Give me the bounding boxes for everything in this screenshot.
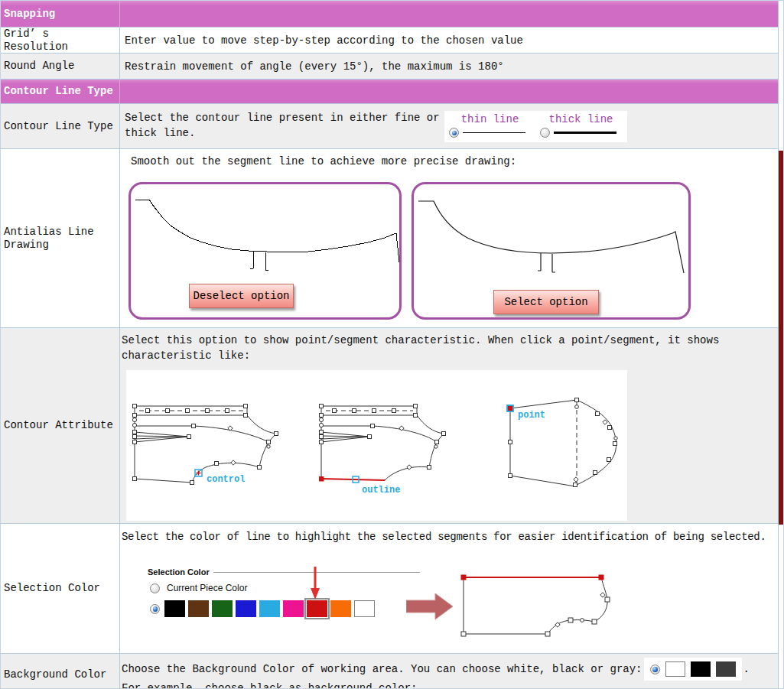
antialias-off-illustration: Deselect option bbox=[128, 182, 402, 320]
selection-swatch-brown[interactable] bbox=[188, 600, 209, 617]
background-color-desc-before: Choose the Background Color of working a… bbox=[122, 663, 642, 675]
row-contour-attribute: Contour Attribute Select this option to … bbox=[1, 328, 779, 524]
thin-line-option[interactable]: thin line bbox=[444, 111, 535, 142]
antialias-desc: Smooth out the segment line to achieve m… bbox=[131, 154, 516, 169]
result-handles bbox=[461, 593, 610, 636]
current-piece-color-radio[interactable] bbox=[150, 583, 160, 593]
thin-line-radio[interactable] bbox=[449, 128, 459, 138]
contour-attribute-label: Contour Attribute bbox=[1, 328, 120, 523]
selection-swatch-green[interactable] bbox=[212, 600, 233, 617]
selection-swatch-white[interactable] bbox=[354, 600, 375, 617]
thin-line-sample bbox=[463, 132, 525, 133]
selected-segment-result-illustration bbox=[457, 570, 618, 642]
selection-color-palette bbox=[150, 600, 375, 617]
contour-header-spacer bbox=[120, 80, 778, 103]
row-background-color: Background Color Choose the Background C… bbox=[1, 654, 779, 688]
current-piece-color-label: Current Piece Color bbox=[167, 583, 247, 593]
selected-endpoint-marker bbox=[319, 476, 324, 482]
selected-endpoint-left bbox=[461, 575, 467, 580]
background-color-desc: Choose the Background Color of working a… bbox=[120, 654, 775, 689]
row-antialias: Antialias Line Drawing Smooth out the se… bbox=[1, 149, 779, 328]
grid-resolution-desc: Enter value to move step-by-step accordi… bbox=[125, 33, 523, 48]
background-color-widget bbox=[644, 658, 742, 681]
row-grid-resolution: Grid’ s Resolution Enter value to move s… bbox=[1, 28, 779, 54]
thick-line-sample bbox=[554, 132, 616, 134]
grid-resolution-label: Grid’ s Resolution bbox=[1, 28, 120, 54]
row-contour-line-type: Contour Line Type Select the contour lin… bbox=[1, 104, 779, 149]
point-annotation-label: point bbox=[518, 410, 545, 421]
row-snapping-header: Snapping bbox=[1, 1, 779, 28]
selected-endpoint-right bbox=[599, 575, 604, 580]
round-angle-desc: Restrain movement of angle (every 15°), … bbox=[125, 59, 504, 74]
antialias-on-illustration: Select option bbox=[412, 182, 691, 320]
current-piece-color-option[interactable]: Current Piece Color bbox=[150, 583, 247, 593]
contour-header-cell: Contour Line Type bbox=[1, 80, 120, 103]
selection-color-group-caption: Selection Color bbox=[148, 567, 210, 577]
pattern-handles bbox=[132, 405, 278, 485]
row-contour-header: Contour Line Type bbox=[1, 80, 779, 104]
selection-palette-swatches bbox=[164, 600, 375, 617]
pattern-outline-illustration: outline bbox=[319, 402, 472, 509]
snapping-header-label: Snapping bbox=[4, 8, 55, 21]
contour-header-label: Contour Line Type bbox=[4, 85, 113, 98]
antialias-label: Antialias Line Drawing bbox=[1, 149, 120, 327]
deselect-option-button[interactable]: Deselect option bbox=[189, 284, 294, 308]
snapping-header-spacer bbox=[120, 1, 778, 27]
thick-right-arrow-icon bbox=[406, 593, 454, 620]
selection-swatch-orange[interactable] bbox=[330, 600, 351, 617]
selection-swatch-black[interactable] bbox=[164, 600, 185, 617]
palette-radio[interactable] bbox=[150, 604, 160, 614]
selection-color-groupbox: Selection Color bbox=[148, 567, 420, 577]
control-annotation-label: control bbox=[207, 474, 245, 485]
contour-line-type-label: Contour Line Type bbox=[1, 104, 120, 148]
settings-table: Snapping Grid’ s Resolution Enter value … bbox=[1, 1, 779, 688]
contour-attribute-desc: Select this option to show point/segment… bbox=[122, 333, 776, 363]
selection-color-label: Selection Color bbox=[1, 524, 120, 653]
pattern-control-illustration: control bbox=[132, 402, 289, 509]
contour-attribute-canvas: control bbox=[126, 370, 627, 521]
point-marker bbox=[507, 405, 513, 411]
snapping-header-cell: Snapping bbox=[1, 1, 120, 27]
background-color-label: Background Color bbox=[1, 654, 120, 689]
background-swatch-black[interactable] bbox=[691, 661, 711, 677]
selection-swatch-blue[interactable] bbox=[236, 600, 256, 617]
row-selection-color: Selection Color Select the color of line… bbox=[1, 524, 779, 654]
thick-line-option[interactable]: thick line bbox=[535, 111, 626, 142]
selection-color-desc: Select the color of line to highlight th… bbox=[122, 529, 766, 544]
background-color-radio[interactable] bbox=[650, 665, 660, 674]
select-option-button[interactable]: Select option bbox=[493, 290, 599, 314]
pattern-point-illustration: point bbox=[504, 375, 626, 505]
background-swatch-white[interactable] bbox=[665, 661, 685, 677]
settings-help-page: Snapping Grid’ s Resolution Enter value … bbox=[0, 0, 784, 689]
outline-annotation-label: outline bbox=[362, 485, 400, 496]
background-swatch-gray[interactable] bbox=[716, 661, 736, 677]
contour-line-type-desc: Select the contour line present in eithe… bbox=[125, 110, 454, 141]
background-color-swatches bbox=[665, 661, 736, 677]
selection-swatch-magenta[interactable] bbox=[283, 600, 304, 617]
line-type-panel: thin line thick line bbox=[444, 111, 627, 142]
selection-swatch-red[interactable] bbox=[307, 600, 327, 617]
thick-line-radio[interactable] bbox=[540, 128, 550, 138]
thick-line-label: thick line bbox=[535, 113, 626, 125]
red-down-arrow-icon bbox=[309, 567, 321, 600]
round-angle-label: Round Angle bbox=[1, 54, 120, 79]
selection-swatch-sky-blue[interactable] bbox=[259, 600, 280, 617]
right-red-strip bbox=[779, 151, 783, 525]
row-round-angle: Round Angle Restrain movement of angle (… bbox=[1, 54, 779, 80]
thin-line-label: thin line bbox=[444, 113, 535, 125]
